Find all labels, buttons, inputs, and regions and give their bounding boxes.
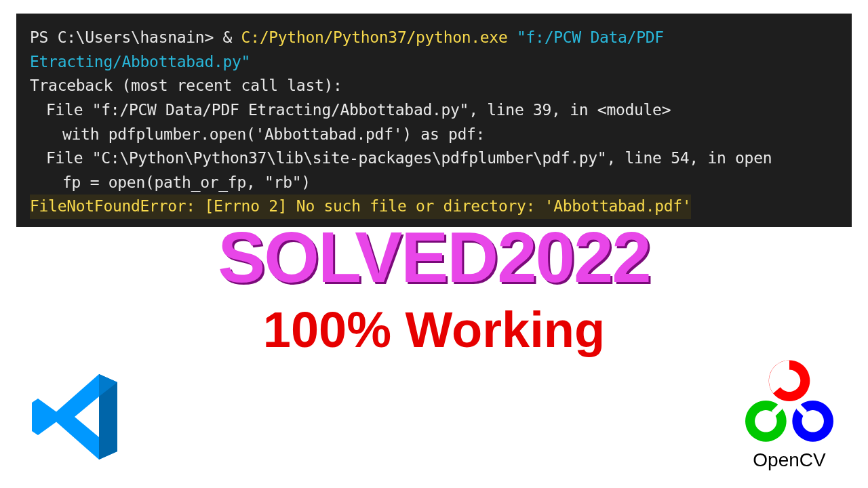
traceback-code-2: fp = open(path_or_fp, "rb") bbox=[30, 171, 838, 195]
python-exe-path: C:/Python/Python37/python.exe bbox=[241, 28, 508, 46]
error-line-wrap: FileNotFoundError: [Errno 2] No such fil… bbox=[30, 195, 838, 219]
opencv-label: OpenCV bbox=[735, 449, 844, 471]
working-headline: 100% Working bbox=[0, 305, 868, 355]
terminal-line-prompt: PS C:\Users\hasnain> & C:/Python/Python3… bbox=[30, 26, 838, 74]
prompt-prefix: PS C:\Users\hasnain> & bbox=[30, 28, 241, 46]
terminal-output: PS C:\Users\hasnain> & C:/Python/Python3… bbox=[16, 14, 852, 227]
traceback-file-1: File "f:/PCW Data/PDF Etracting/Abbottab… bbox=[30, 98, 838, 123]
opencv-icon: OpenCV bbox=[735, 357, 844, 471]
vscode-icon bbox=[26, 366, 127, 468]
traceback-header: Traceback (most recent call last): bbox=[30, 74, 838, 98]
filenotfound-error: FileNotFoundError: [Errno 2] No such fil… bbox=[30, 195, 691, 219]
traceback-file-2: File "C:\Python\Python37\lib\site-packag… bbox=[30, 146, 838, 171]
traceback-code-1: with pdfplumber.open('Abbottabad.pdf') a… bbox=[30, 123, 838, 147]
solved-headline: SOLVED2022 bbox=[0, 222, 868, 293]
